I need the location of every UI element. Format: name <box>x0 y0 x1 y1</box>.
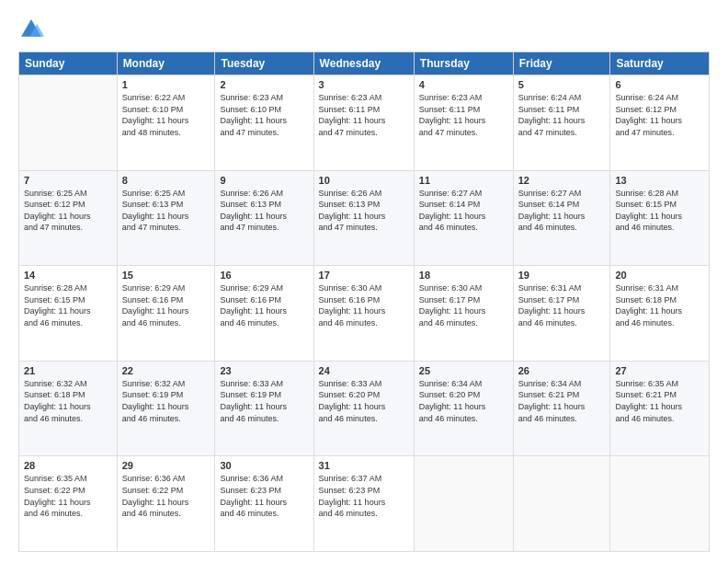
day-info: Sunrise: 6:23 AM Sunset: 6:11 PM Dayligh… <box>319 92 409 138</box>
day-info: Sunrise: 6:25 AM Sunset: 6:13 PM Dayligh… <box>122 188 210 234</box>
calendar-week-row: 21Sunrise: 6:32 AM Sunset: 6:18 PM Dayli… <box>19 361 710 456</box>
day-number: 17 <box>319 270 409 281</box>
calendar-cell <box>513 456 610 552</box>
day-number: 2 <box>220 79 308 90</box>
day-number: 15 <box>122 270 210 281</box>
day-number: 4 <box>419 79 508 90</box>
calendar-cell: 13Sunrise: 6:28 AM Sunset: 6:15 PM Dayli… <box>610 170 710 266</box>
calendar-cell: 8Sunrise: 6:25 AM Sunset: 6:13 PM Daylig… <box>117 170 215 266</box>
day-number: 22 <box>122 365 210 376</box>
calendar-header-wednesday: Wednesday <box>313 52 414 75</box>
calendar-header-row: SundayMondayTuesdayWednesdayThursdayFrid… <box>19 52 710 75</box>
calendar-cell: 15Sunrise: 6:29 AM Sunset: 6:16 PM Dayli… <box>117 266 215 362</box>
calendar-cell: 2Sunrise: 6:23 AM Sunset: 6:10 PM Daylig… <box>215 75 313 171</box>
calendar-cell: 14Sunrise: 6:28 AM Sunset: 6:15 PM Dayli… <box>19 266 118 362</box>
calendar-cell: 19Sunrise: 6:31 AM Sunset: 6:17 PM Dayli… <box>513 266 610 362</box>
day-info: Sunrise: 6:34 AM Sunset: 6:20 PM Dayligh… <box>419 378 508 424</box>
day-info: Sunrise: 6:35 AM Sunset: 6:22 PM Dayligh… <box>24 473 112 519</box>
day-info: Sunrise: 6:31 AM Sunset: 6:17 PM Dayligh… <box>518 282 606 328</box>
calendar-cell <box>19 75 118 171</box>
day-number: 19 <box>518 270 606 281</box>
day-number: 27 <box>615 365 704 376</box>
day-info: Sunrise: 6:26 AM Sunset: 6:13 PM Dayligh… <box>220 188 308 234</box>
calendar-cell: 11Sunrise: 6:27 AM Sunset: 6:14 PM Dayli… <box>414 170 513 266</box>
day-number: 3 <box>319 79 409 90</box>
logo-icon <box>18 17 44 42</box>
day-number: 24 <box>319 365 409 376</box>
logo <box>18 17 48 42</box>
calendar-header-thursday: Thursday <box>414 52 513 75</box>
calendar-cell: 9Sunrise: 6:26 AM Sunset: 6:13 PM Daylig… <box>215 170 313 266</box>
day-info: Sunrise: 6:23 AM Sunset: 6:10 PM Dayligh… <box>220 92 308 138</box>
calendar-cell: 25Sunrise: 6:34 AM Sunset: 6:20 PM Dayli… <box>414 361 513 456</box>
day-number: 9 <box>220 175 308 186</box>
day-number: 14 <box>24 270 112 281</box>
calendar-week-row: 14Sunrise: 6:28 AM Sunset: 6:15 PM Dayli… <box>19 266 710 362</box>
day-number: 8 <box>122 175 210 186</box>
calendar-cell <box>610 456 710 552</box>
calendar-cell: 30Sunrise: 6:36 AM Sunset: 6:23 PM Dayli… <box>215 456 313 552</box>
calendar-cell: 6Sunrise: 6:24 AM Sunset: 6:12 PM Daylig… <box>610 75 710 171</box>
day-number: 16 <box>220 270 308 281</box>
day-info: Sunrise: 6:37 AM Sunset: 6:23 PM Dayligh… <box>319 473 409 519</box>
calendar-cell: 21Sunrise: 6:32 AM Sunset: 6:18 PM Dayli… <box>19 361 118 456</box>
day-number: 6 <box>615 79 704 90</box>
day-info: Sunrise: 6:24 AM Sunset: 6:12 PM Dayligh… <box>615 92 704 138</box>
calendar-cell <box>414 456 513 552</box>
day-number: 25 <box>419 365 508 376</box>
day-info: Sunrise: 6:22 AM Sunset: 6:10 PM Dayligh… <box>122 92 210 138</box>
calendar-cell: 31Sunrise: 6:37 AM Sunset: 6:23 PM Dayli… <box>313 456 414 552</box>
calendar: SundayMondayTuesdayWednesdayThursdayFrid… <box>18 52 710 552</box>
calendar-cell: 27Sunrise: 6:35 AM Sunset: 6:21 PM Dayli… <box>610 361 710 456</box>
day-number: 21 <box>24 365 112 376</box>
day-number: 1 <box>122 79 210 90</box>
day-number: 13 <box>615 175 704 186</box>
calendar-cell: 28Sunrise: 6:35 AM Sunset: 6:22 PM Dayli… <box>19 456 118 552</box>
calendar-cell: 16Sunrise: 6:29 AM Sunset: 6:16 PM Dayli… <box>215 266 313 362</box>
day-info: Sunrise: 6:33 AM Sunset: 6:19 PM Dayligh… <box>220 378 308 424</box>
day-number: 28 <box>24 460 112 471</box>
day-number: 12 <box>518 175 606 186</box>
day-info: Sunrise: 6:27 AM Sunset: 6:14 PM Dayligh… <box>518 188 606 234</box>
day-number: 23 <box>220 365 308 376</box>
day-number: 30 <box>220 460 308 471</box>
day-number: 29 <box>122 460 210 471</box>
day-info: Sunrise: 6:27 AM Sunset: 6:14 PM Dayligh… <box>419 188 508 234</box>
day-info: Sunrise: 6:31 AM Sunset: 6:18 PM Dayligh… <box>615 282 704 328</box>
day-info: Sunrise: 6:28 AM Sunset: 6:15 PM Dayligh… <box>24 282 112 328</box>
day-number: 7 <box>24 175 112 186</box>
calendar-cell: 5Sunrise: 6:24 AM Sunset: 6:11 PM Daylig… <box>513 75 610 171</box>
calendar-header-friday: Friday <box>513 52 610 75</box>
day-number: 18 <box>419 270 508 281</box>
day-info: Sunrise: 6:30 AM Sunset: 6:16 PM Dayligh… <box>319 282 409 328</box>
page: SundayMondayTuesdayWednesdayThursdayFrid… <box>0 0 728 563</box>
day-info: Sunrise: 6:36 AM Sunset: 6:23 PM Dayligh… <box>220 473 308 519</box>
calendar-cell: 12Sunrise: 6:27 AM Sunset: 6:14 PM Dayli… <box>513 170 610 266</box>
calendar-cell: 29Sunrise: 6:36 AM Sunset: 6:22 PM Dayli… <box>117 456 215 552</box>
day-number: 20 <box>615 270 704 281</box>
day-info: Sunrise: 6:24 AM Sunset: 6:11 PM Dayligh… <box>518 92 606 138</box>
calendar-cell: 23Sunrise: 6:33 AM Sunset: 6:19 PM Dayli… <box>215 361 313 456</box>
calendar-cell: 18Sunrise: 6:30 AM Sunset: 6:17 PM Dayli… <box>414 266 513 362</box>
calendar-cell: 1Sunrise: 6:22 AM Sunset: 6:10 PM Daylig… <box>117 75 215 171</box>
calendar-cell: 4Sunrise: 6:23 AM Sunset: 6:11 PM Daylig… <box>414 75 513 171</box>
day-info: Sunrise: 6:29 AM Sunset: 6:16 PM Dayligh… <box>122 282 210 328</box>
calendar-week-row: 1Sunrise: 6:22 AM Sunset: 6:10 PM Daylig… <box>19 75 710 171</box>
day-number: 5 <box>518 79 606 90</box>
calendar-cell: 7Sunrise: 6:25 AM Sunset: 6:12 PM Daylig… <box>19 170 118 266</box>
calendar-header-sunday: Sunday <box>19 52 118 75</box>
day-info: Sunrise: 6:26 AM Sunset: 6:13 PM Dayligh… <box>319 188 409 234</box>
calendar-header-monday: Monday <box>117 52 215 75</box>
calendar-cell: 10Sunrise: 6:26 AM Sunset: 6:13 PM Dayli… <box>313 170 414 266</box>
day-info: Sunrise: 6:28 AM Sunset: 6:15 PM Dayligh… <box>615 188 704 234</box>
calendar-week-row: 7Sunrise: 6:25 AM Sunset: 6:12 PM Daylig… <box>19 170 710 266</box>
calendar-header-saturday: Saturday <box>610 52 710 75</box>
calendar-cell: 20Sunrise: 6:31 AM Sunset: 6:18 PM Dayli… <box>610 266 710 362</box>
calendar-cell: 26Sunrise: 6:34 AM Sunset: 6:21 PM Dayli… <box>513 361 610 456</box>
day-info: Sunrise: 6:35 AM Sunset: 6:21 PM Dayligh… <box>615 378 704 424</box>
day-info: Sunrise: 6:30 AM Sunset: 6:17 PM Dayligh… <box>419 282 508 328</box>
day-info: Sunrise: 6:25 AM Sunset: 6:12 PM Dayligh… <box>24 188 112 234</box>
day-info: Sunrise: 6:33 AM Sunset: 6:20 PM Dayligh… <box>319 378 409 424</box>
calendar-cell: 24Sunrise: 6:33 AM Sunset: 6:20 PM Dayli… <box>313 361 414 456</box>
day-info: Sunrise: 6:36 AM Sunset: 6:22 PM Dayligh… <box>122 473 210 519</box>
